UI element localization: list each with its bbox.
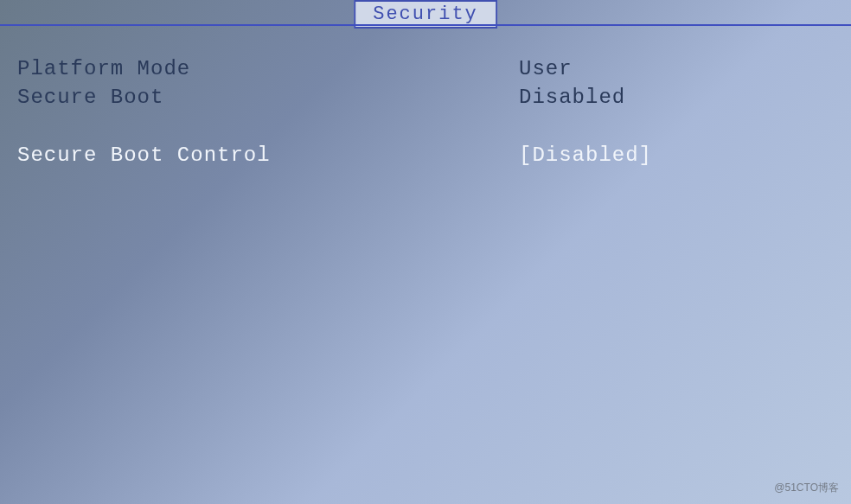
row-secure-boot: Secure Boot Disabled bbox=[17, 86, 834, 109]
secure-boot-value: Disabled bbox=[519, 86, 834, 109]
settings-content: Platform Mode User Secure Boot Disabled … bbox=[17, 52, 834, 167]
header-divider bbox=[0, 24, 851, 26]
secure-boot-control-value: [Disabled] bbox=[519, 144, 834, 167]
row-platform-mode: Platform Mode User bbox=[17, 57, 834, 80]
tab-label: Security bbox=[373, 3, 478, 25]
secure-boot-control-label: Secure Boot Control bbox=[17, 144, 519, 167]
secure-boot-label: Secure Boot bbox=[17, 86, 519, 109]
bios-security-screen: Security Platform Mode User Secure Boot … bbox=[0, 0, 851, 504]
platform-mode-value: User bbox=[519, 57, 834, 80]
watermark-text: @51CTO博客 bbox=[774, 481, 839, 495]
platform-mode-label: Platform Mode bbox=[17, 57, 519, 80]
row-secure-boot-control[interactable]: Secure Boot Control [Disabled] bbox=[17, 144, 834, 167]
